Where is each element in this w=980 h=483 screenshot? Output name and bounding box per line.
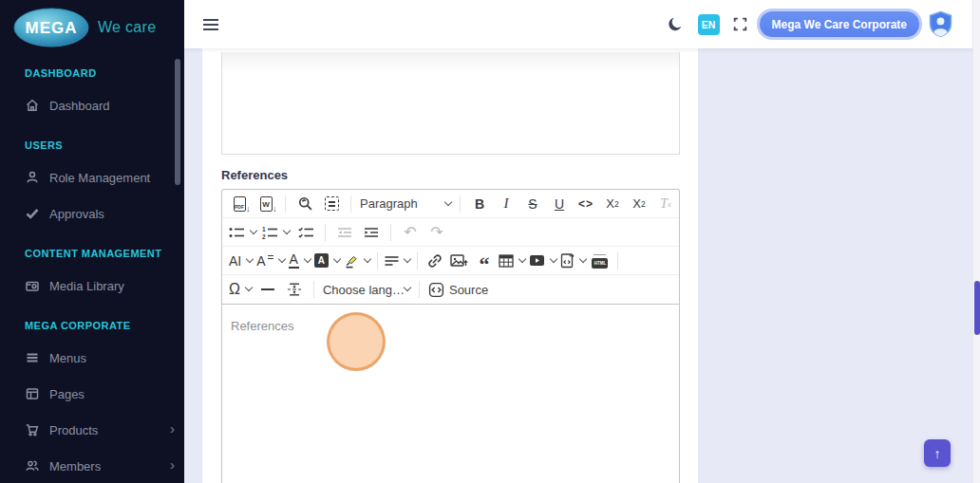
sidebar-item-approvals[interactable]: Approvals: [25, 204, 167, 223]
editor-toolbar-row-2: 1 2: [222, 218, 679, 247]
workspace-selector-button[interactable]: Mega We Care Corporate: [760, 11, 919, 37]
chevron-down-icon: [246, 254, 254, 262]
insert-image-button[interactable]: [449, 249, 470, 273]
toolbar-separator: [313, 281, 314, 298]
sidebar-nav: DASHBOARD Dashboard USERS Role Managemen…: [0, 67, 184, 483]
strikethrough-button[interactable]: S: [522, 192, 543, 216]
horizontal-line-button[interactable]: [257, 277, 278, 302]
avatar-shield-icon: [928, 10, 953, 38]
numbered-list-button[interactable]: 1 2: [262, 220, 290, 245]
bulleted-list-button[interactable]: [229, 220, 256, 245]
chevron-down-icon: [304, 254, 311, 262]
source-button[interactable]: Source: [428, 277, 488, 302]
sidebar-item-dashboard[interactable]: Dashboard: [25, 96, 167, 115]
sidebar-item-label: Pages: [49, 387, 85, 401]
scroll-to-top-button[interactable]: ↑: [924, 439, 951, 467]
export-word-button[interactable]: W ↓: [255, 192, 276, 216]
outdent-button[interactable]: [334, 220, 355, 245]
indent-button[interactable]: [361, 220, 382, 245]
chevron-down-icon: [364, 254, 371, 262]
todo-list-button[interactable]: [295, 220, 316, 245]
logo-tagline: We care: [98, 19, 156, 36]
chevron-down-icon: [579, 254, 587, 262]
html-embed-button[interactable]: HTML: [590, 249, 611, 273]
numbered-list-icon: 1 2: [262, 226, 278, 239]
underline-button[interactable]: U: [549, 192, 570, 216]
align-left-icon: [385, 255, 399, 267]
html-embed-icon: HTML: [592, 258, 608, 269]
toolbar-separator: [617, 252, 618, 269]
sidebar-item-label: Approvals: [49, 207, 104, 221]
export-pdf-button[interactable]: PDF ↓: [229, 192, 250, 216]
rich-text-editor: PDF ↓ W ↓: [221, 189, 680, 483]
pages-icon: [25, 386, 40, 401]
sidebar-item-label: Menus: [49, 351, 86, 365]
home-icon: [25, 98, 40, 113]
chevron-down-icon: [518, 254, 526, 262]
toolbar-separator: [460, 195, 461, 213]
font-family-icon: AI: [229, 253, 241, 269]
superscript-button[interactable]: X2: [629, 192, 650, 216]
font-background-color-button[interactable]: A: [314, 249, 340, 273]
previous-field-editor-clipped[interactable]: [221, 52, 680, 155]
sidebar-item-members[interactable]: Members ›: [25, 456, 167, 475]
sidebar-item-products[interactable]: Products ›: [25, 420, 167, 439]
insert-table-icon: [499, 254, 514, 268]
font-size-button[interactable]: A: [256, 249, 284, 273]
highlight-button[interactable]: [344, 249, 370, 273]
chevron-down-icon: [404, 284, 411, 291]
bold-button[interactable]: B: [469, 192, 490, 216]
language-dropdown[interactable]: Choose lang…: [323, 277, 410, 302]
outdent-icon: [337, 227, 352, 238]
user-avatar[interactable]: [927, 11, 953, 38]
sidebar: MEGA We care DASHBOARD Dashboard USERS: [0, 0, 184, 483]
find-replace-button[interactable]: [294, 192, 315, 216]
nav-section-users: USERS: [25, 139, 184, 151]
heading-dropdown[interactable]: Paragraph: [360, 192, 451, 216]
select-all-button[interactable]: [321, 192, 342, 216]
mega-logo-icon: MEGA: [12, 7, 90, 48]
indent-icon: [364, 227, 379, 238]
insert-media-button[interactable]: [529, 249, 556, 273]
brand-logo[interactable]: MEGA We care: [0, 0, 184, 54]
fullscreen-button[interactable]: [732, 16, 748, 32]
font-color-icon: A: [289, 252, 299, 269]
page-scrollbar-thumb[interactable]: [974, 281, 980, 335]
insert-template-button[interactable]: [560, 249, 586, 273]
todo-list-icon: [298, 226, 314, 239]
editor-content-area[interactable]: References: [222, 304, 679, 483]
chevron-right-icon: ›: [170, 457, 175, 472]
hamburger-menu-button[interactable]: [202, 17, 219, 32]
subscript-button[interactable]: X2: [602, 192, 623, 216]
nav-section-mega-corporate: MEGA CORPORATE: [25, 320, 184, 331]
special-characters-button[interactable]: Ω: [229, 277, 252, 302]
block-quote-button[interactable]: “: [474, 253, 495, 278]
insert-table-button[interactable]: [499, 249, 525, 273]
chevron-down-icon: [444, 197, 452, 205]
font-color-button[interactable]: A: [289, 249, 311, 273]
arrow-down-icon: ↓: [273, 205, 277, 214]
page-scrollbar[interactable]: [972, 0, 980, 483]
redo-button[interactable]: ↷: [426, 220, 447, 245]
remove-format-button[interactable]: Tx: [655, 192, 676, 216]
undo-button[interactable]: ↶: [400, 220, 421, 245]
font-family-button[interactable]: AI: [229, 249, 253, 273]
italic-button[interactable]: I: [496, 192, 517, 216]
link-button[interactable]: [424, 249, 445, 273]
chevron-down-icon: [250, 226, 257, 233]
language-badge[interactable]: EN: [698, 14, 720, 35]
page-break-button[interactable]: [284, 277, 305, 302]
scroll-fade: [222, 52, 679, 73]
sidebar-scrollbar-thumb[interactable]: [175, 59, 180, 185]
svg-text:1: 1: [262, 226, 266, 232]
sidebar-item-menus[interactable]: Menus: [25, 348, 167, 367]
code-button[interactable]: <>: [575, 192, 596, 216]
insert-template-icon: [560, 253, 575, 269]
text-alignment-button[interactable]: [385, 249, 410, 273]
sidebar-item-media-library[interactable]: Media Library: [25, 276, 167, 295]
sidebar-item-pages[interactable]: Pages: [25, 384, 167, 403]
chevron-down-icon: [550, 254, 557, 262]
dark-mode-toggle[interactable]: [667, 15, 685, 33]
content-panel: References PDF ↓ W ↓: [202, 48, 698, 483]
sidebar-item-role-management[interactable]: Role Management: [25, 168, 167, 187]
